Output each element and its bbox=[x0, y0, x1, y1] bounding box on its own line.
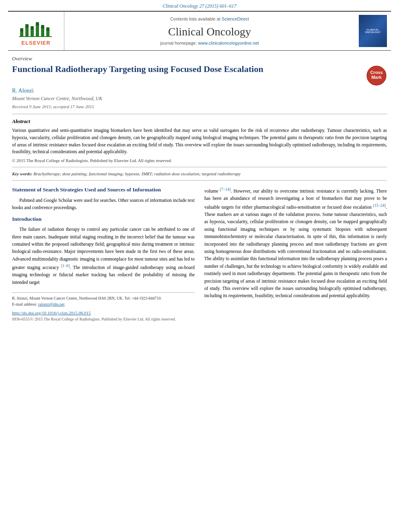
abstract-section: Abstract Various quantitative and semi-q… bbox=[12, 118, 387, 163]
author-name: R. Alonzi bbox=[12, 88, 387, 94]
keywords-label: Key words: bbox=[12, 171, 32, 176]
bottom-copyright: 0936-6555/© 2015 The Royal College of Ra… bbox=[12, 317, 195, 321]
footnote-area: R. Alonzi, Mount Vernon Cancer Centre, N… bbox=[12, 292, 195, 307]
keywords-text: Brachytherapy; dose painting; functional… bbox=[33, 171, 241, 176]
journal-homepage-line: journal homepage: www.clinicaloncologyon… bbox=[160, 41, 259, 45]
journal-banner: ELSEVIER Contents lists available at Sci… bbox=[8, 11, 391, 51]
ref-7-14: [7–14] bbox=[220, 187, 231, 191]
journal-header-top: Clinical Oncology 27 (2015) 601–617 bbox=[0, 0, 399, 11]
divider-1 bbox=[12, 114, 387, 114]
left-column: Statement of Search Strategies Used and … bbox=[12, 186, 195, 321]
journal-ref: Clinical Oncology 27 (2015) 601–617 bbox=[162, 3, 236, 9]
elsevier-logo-area: ELSEVIER bbox=[8, 12, 64, 50]
journal-main-title: Clinical Oncology bbox=[168, 25, 251, 38]
author-footnote: R. Alonzi, Mount Vernon Cancer Centre, N… bbox=[12, 295, 195, 301]
crossmark-area: Cross Mark bbox=[366, 65, 387, 88]
right-column: volume [7–14]. However, our ability to o… bbox=[204, 186, 387, 321]
keywords-line: Key words: Brachytherapy; dose painting;… bbox=[12, 171, 387, 176]
ref-15-24: [15–24] bbox=[373, 203, 386, 207]
sciencedirect-link[interactable]: ScienceDirect bbox=[222, 16, 249, 21]
abstract-text: Various quantitative and semi-quantitati… bbox=[12, 127, 387, 156]
intro-text: The failure of radiation therapy to cont… bbox=[12, 226, 195, 286]
journal-logo-box: CLINICALONCOLOGY bbox=[359, 15, 387, 47]
doi-link[interactable]: http://dx.doi.org/10.1016/j.clon.2015.06… bbox=[12, 310, 91, 315]
search-text: Pubmed and Google Scholar were used for … bbox=[12, 197, 195, 212]
divider-3 bbox=[12, 180, 387, 181]
email-footnote: E-mail address: ralonzi@nhs.net bbox=[12, 301, 195, 307]
divider-2 bbox=[12, 167, 387, 167]
crossmark-icon: Cross Mark bbox=[366, 65, 387, 86]
email-label: E-mail address: bbox=[12, 302, 37, 306]
article-content: Overview Functional Radiotherapy Targeti… bbox=[0, 51, 399, 329]
search-strategies-heading: Statement of Search Strategies Used and … bbox=[12, 186, 195, 193]
email-link[interactable]: ralonzi@nhs.net bbox=[38, 302, 65, 306]
homepage-link[interactable]: www.clinicaloncologyonline.net bbox=[198, 41, 259, 45]
received-line: Received 9 June 2015; accepted 17 June 2… bbox=[12, 104, 387, 109]
logo-text: CLINICALONCOLOGY bbox=[365, 29, 380, 33]
affiliation: Mount Vernon Cancer Centre, Northwood, U… bbox=[12, 96, 387, 102]
article-title: Functional Radiotherapy Targeting using … bbox=[12, 64, 360, 75]
svg-text:Cross: Cross bbox=[370, 70, 383, 75]
intro-heading: Introduction bbox=[12, 216, 195, 223]
contents-line: Contents lists available at ScienceDirec… bbox=[170, 16, 249, 21]
svg-text:Mark: Mark bbox=[371, 75, 382, 80]
journal-title-area: Contents lists available at ScienceDirec… bbox=[64, 12, 355, 50]
copyright-line: © 2015 The Royal College of Radiologists… bbox=[12, 158, 387, 163]
article-type: Overview bbox=[12, 55, 387, 62]
doi-line: http://dx.doi.org/10.1016/j.clon.2015.06… bbox=[12, 310, 195, 315]
ref-1-6: [1–6] bbox=[61, 263, 70, 268]
two-col-body: Statement of Search Strategies Used and … bbox=[12, 186, 387, 321]
elsevier-tree-icon bbox=[18, 16, 54, 38]
svg-rect-12 bbox=[19, 36, 52, 37]
journal-logo-right: CLINICALONCOLOGY bbox=[355, 12, 391, 50]
page-wrapper: Clinical Oncology 27 (2015) 601–617 bbox=[0, 0, 399, 532]
abstract-title: Abstract bbox=[12, 118, 387, 125]
right-col-text: volume [7–14]. However, our ability to o… bbox=[204, 186, 387, 300]
elsevier-label: ELSEVIER bbox=[21, 40, 50, 46]
